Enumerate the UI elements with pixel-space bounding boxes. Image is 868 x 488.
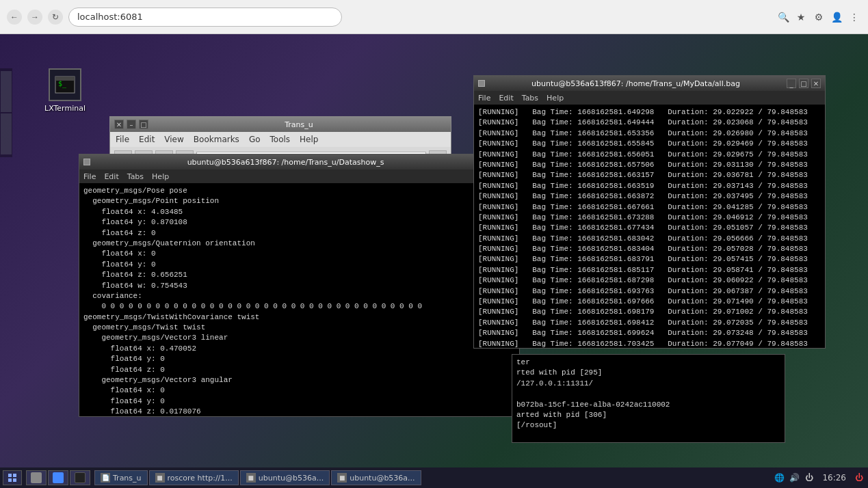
trans-u-menu-go[interactable]: Go	[249, 135, 261, 144]
taskbar-roscore[interactable]: ■ roscore http://1...	[149, 470, 239, 485]
files-icon	[31, 472, 42, 483]
trans-u-menu-file[interactable]: File	[116, 135, 129, 144]
tray-sound-icon[interactable]: 🔊	[788, 472, 800, 484]
datashow-icon	[83, 159, 90, 165]
search-icon[interactable]: 🔍	[776, 10, 790, 24]
address-bar[interactable]: localhost:6081	[68, 8, 342, 27]
forward-button[interactable]: →	[27, 10, 42, 25]
taskbar-roscore-icon: ■	[155, 473, 165, 483]
allbag-menu-tabs[interactable]: Tabs	[522, 94, 538, 103]
taskbar-trans-u[interactable]: 📄 Trans_u	[94, 470, 148, 485]
url-text: localhost:6081	[77, 12, 143, 22]
browser-chrome: ← → ↻ localhost:6081 🔍 ★ ⚙ 👤 ⋮	[0, 0, 868, 34]
tray-network-icon[interactable]: 🌐	[773, 472, 785, 484]
trans-u-titlebar: ✕ – □ Trans_u	[110, 117, 451, 132]
taskbar-ubuntu-2[interactable]: ■ ubuntu@b536a...	[331, 470, 421, 485]
taskbar-ubuntu-1[interactable]: ■ ubuntu@b536a...	[240, 470, 330, 485]
back-button[interactable]: ←	[7, 10, 22, 25]
allbag-menu-edit[interactable]: Edit	[499, 94, 513, 103]
trans-u-menubar: File Edit View Bookmarks Go Tools Help	[110, 132, 451, 147]
taskbar-clock: 16:26	[817, 473, 852, 483]
taskbar-app-browser[interactable]	[48, 470, 68, 485]
taskbar-tray: 🌐 🔊 ⏻	[773, 472, 815, 484]
bottomright-content[interactable]: ter rted with pid [295] /127.0.0.1:11311…	[512, 355, 785, 442]
menu-icon[interactable]: ⋮	[847, 10, 861, 24]
allbag-max[interactable]: □	[799, 79, 808, 88]
trans-u-menu-bookmarks[interactable]: Bookmarks	[194, 135, 239, 144]
taskbar-trans-u-label: Trans_u	[113, 474, 142, 483]
trans-u-close[interactable]: ✕	[114, 120, 124, 129]
taskbar-apps	[23, 470, 93, 485]
terminal-icon	[75, 472, 86, 483]
extension-icon[interactable]: ⚙	[812, 10, 826, 24]
taskbar-start-button[interactable]	[3, 470, 22, 485]
refresh-button[interactable]: ↻	[48, 10, 63, 25]
allbag-title: ubuntu@b536a613f867: /home/Trans_u/MyDat…	[488, 79, 784, 88]
taskbar-ubuntu1-label: ubuntu@b536a...	[259, 474, 324, 483]
trans-u-menu-tools[interactable]: Tools	[270, 135, 291, 144]
datashow-menu-help[interactable]: Help	[152, 172, 169, 181]
taskbar-app-files[interactable]	[26, 470, 47, 485]
window-allbag: ubuntu@b536a613f867: /home/Trans_u/MyDat…	[473, 75, 826, 349]
datashow-content[interactable]: geometry_msgs/Pose pose geometry_msgs/Po…	[79, 183, 519, 416]
window-bottomright: ter rted with pid [295] /127.0.0.1:11311…	[512, 354, 785, 443]
lxterminal-desktop-icon[interactable]: $_ LXTerminal	[44, 68, 86, 113]
trans-u-menu-edit[interactable]: Edit	[139, 135, 155, 144]
datashow-title: ubuntu@b536a613f867: /home/Trans_u/Datas…	[93, 158, 478, 167]
profile-icon[interactable]: 👤	[830, 10, 843, 24]
taskbar-ubuntu2-label: ubuntu@b536a...	[350, 474, 415, 483]
taskbar-ubuntu1-icon: ■	[246, 473, 256, 483]
svg-rect-3	[8, 474, 12, 477]
desktop: $_ LXTerminal ✕ – □ Trans_u File Edit Vi…	[0, 34, 868, 488]
window-datashow: ubuntu@b536a613f867: /home/Trans_u/Datas…	[79, 154, 520, 417]
datashow-menu-edit[interactable]: Edit	[104, 172, 118, 181]
allbag-menubar: File Edit Tabs Help	[474, 91, 825, 105]
trans-u-menu-help[interactable]: Help	[300, 135, 318, 144]
sidebar-left	[0, 68, 12, 157]
lxterminal-icon-image: $_	[49, 68, 81, 101]
allbag-min[interactable]: _	[787, 79, 796, 88]
taskbar-trans-u-icon: 📄	[101, 473, 110, 483]
svg-rect-6	[13, 478, 16, 482]
trans-u-menu-view[interactable]: View	[164, 135, 183, 144]
allbag-content[interactable]: [RUNNING] Bag Time: 1668162581.649298 Du…	[474, 105, 825, 348]
trans-u-max[interactable]: □	[139, 120, 148, 129]
taskbar-shutdown-icon[interactable]: ⏻	[853, 472, 865, 484]
allbag-close[interactable]: ✕	[811, 79, 821, 88]
sidebar-tab-2[interactable]	[1, 113, 12, 154]
trans-u-title: Trans_u	[151, 120, 447, 129]
svg-text:$_: $_	[58, 80, 67, 88]
datashow-menu-tabs[interactable]: Tabs	[127, 172, 144, 181]
allbag-menu-help[interactable]: Help	[547, 94, 564, 103]
taskbar: 📄 Trans_u ■ roscore http://1... ■ ubuntu…	[0, 467, 868, 488]
datashow-menubar: File Edit Tabs Help	[79, 170, 519, 183]
browser-icons: 🔍 ★ ⚙ 👤 ⋮	[776, 10, 861, 24]
sidebar-tab-1[interactable]	[1, 71, 12, 112]
datashow-titlebar: ubuntu@b536a613f867: /home/Trans_u/Datas…	[79, 154, 519, 170]
lxterminal-label: LXTerminal	[44, 104, 86, 113]
allbag-menu-file[interactable]: File	[478, 94, 490, 103]
taskbar-roscore-label: roscore http://1...	[168, 474, 233, 483]
trans-u-min[interactable]: –	[127, 120, 136, 129]
allbag-icon	[478, 80, 485, 87]
svg-rect-4	[13, 474, 16, 477]
tray-power-icon[interactable]: ⏻	[803, 472, 815, 484]
bookmark-icon[interactable]: ★	[794, 10, 808, 24]
datashow-menu-file[interactable]: File	[83, 172, 96, 181]
taskbar-app-term[interactable]	[70, 470, 90, 485]
svg-rect-5	[8, 478, 12, 482]
browser-icon	[53, 472, 64, 483]
allbag-titlebar: ubuntu@b536a613f867: /home/Trans_u/MyDat…	[474, 76, 825, 91]
taskbar-ubuntu2-icon: ■	[337, 473, 347, 483]
